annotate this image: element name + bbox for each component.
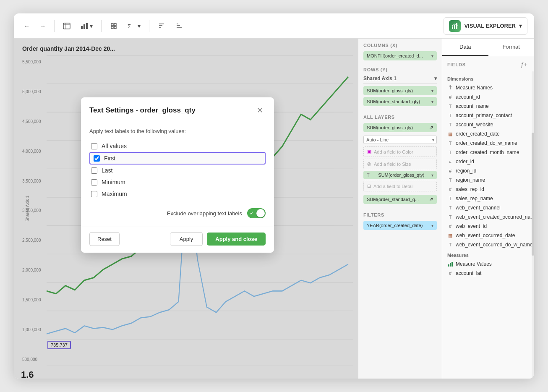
sort-desc-button[interactable] [172, 20, 186, 32]
back-button[interactable]: ← [21, 20, 33, 32]
field-region-id[interactable]: # region_id [442, 166, 534, 175]
checkbox-minimum-input[interactable] [91, 179, 97, 186]
field-measure-names[interactable]: T̄ Measure Names [442, 83, 534, 92]
sum-order-standard-label: SUM(order_standard_q... [367, 197, 419, 202]
filter-pill[interactable]: YEAR(order_created_date) ▾ [363, 221, 437, 230]
sum-order-standard-icon: ⇗ [429, 196, 433, 202]
toolbar-separator-2 [101, 20, 102, 32]
shared-axis-arrow: ▾ [434, 76, 437, 81]
checkbox-last-input[interactable] [91, 167, 97, 174]
shared-axis-label: Shared Axis 1 ▾ [363, 76, 437, 84]
layer-type-select[interactable]: Auto - Line Bar Scatter [363, 136, 437, 144]
field-measure-values[interactable]: Measure Values [442, 259, 534, 269]
field-web-event-channel[interactable]: T web_event_channel [442, 203, 534, 212]
checkbox-first-label: First [104, 155, 115, 162]
field-web-event-occurred-date[interactable]: ▦ web_event_occurred_date [442, 231, 534, 240]
checkbox-all-values: All values [89, 140, 266, 152]
reset-button[interactable]: Reset [89, 232, 120, 246]
sum-order-standard-pill[interactable]: SUM(order_standard_q... ⇗ [363, 195, 437, 204]
visual-explorer-button[interactable]: VISUAL EXPLORER ▾ [444, 17, 527, 35]
y-tick-5: 3,500,000 [22, 179, 41, 183]
field-order-id[interactable]: # order_id [442, 157, 534, 166]
tab-data[interactable]: Data [442, 39, 488, 56]
checkbox-all-values-label: All values [102, 143, 127, 149]
aggregate-button[interactable]: Σ ▾ [124, 20, 144, 32]
y-tick-9: 1,500,000 [22, 298, 41, 302]
field-account-lat[interactable]: # account_lat [442, 269, 534, 278]
forward-button[interactable]: → [37, 20, 49, 32]
field-order-created-date[interactable]: ▦ order_created_date [442, 129, 534, 139]
checkbox-first: First [89, 152, 266, 165]
scrollbar-track [532, 71, 534, 379]
field-web-event-id[interactable]: # web_event_id [442, 222, 534, 231]
pivot-button[interactable] [107, 20, 121, 32]
field-region-name[interactable]: T region_name [442, 175, 534, 185]
data-label-value: 735,737 [51, 342, 68, 348]
svg-text:Σ: Σ [128, 23, 131, 29]
checkbox-all-values-input[interactable] [91, 143, 97, 149]
size-icon: ◎ [367, 161, 371, 167]
fields-header-label: FIELDS [447, 62, 466, 67]
field-web-event-occurred-dow[interactable]: T web_event_occurred_do_w_name [442, 240, 534, 249]
layer-field-pill[interactable]: SUM(order_gloss_qty) ⇗ [363, 123, 437, 132]
field-name-account-name: account_name [456, 103, 489, 109]
y-axis-label: Shared Axis 1 [25, 196, 30, 222]
field-sales-rep-name[interactable]: T sales_rep_name [442, 194, 534, 203]
text-field-pill[interactable]: T SUM(order_gloss_qty) ▾ [363, 171, 437, 179]
svg-rect-29 [450, 263, 451, 267]
text-field-arrow: ▾ [431, 173, 433, 178]
y-tick-11: 500,000 [22, 357, 41, 362]
add-detail-placeholder[interactable]: ⊞ Add a field to Detail [363, 181, 437, 191]
add-color-placeholder[interactable]: ▣ Add a field to Color [363, 146, 437, 157]
fields-scroll[interactable]: Dimensions T̄ Measure Names # account_id… [442, 71, 534, 379]
modal-close-button[interactable]: ✕ [254, 105, 266, 116]
field-account-website[interactable]: T account_website [442, 120, 534, 129]
apply-close-button[interactable]: Apply and close [207, 233, 266, 246]
field-web-event-created[interactable]: T web_event_created_occurred_na... [442, 212, 534, 222]
toolbar: ← → ▾ Σ ▾ [14, 13, 534, 39]
toggle-check-icon: ✓ [250, 210, 254, 216]
field-order-created-dow[interactable]: T order_created_do_w_name [442, 139, 534, 148]
y-tick-2: 5,000,000 [22, 89, 41, 94]
svg-rect-3 [81, 26, 83, 29]
text-settings-modal: Text Settings - order_gloss_qty ✕ Apply … [81, 97, 274, 253]
columns-field-pill[interactable]: MONTH(order_created_d... ▾ [363, 51, 437, 60]
scrollbar-thumb[interactable] [532, 133, 534, 256]
checkbox-minimum: Minimum [89, 176, 266, 188]
field-name-web-event-channel: web_event_channel [456, 205, 501, 211]
fields-add-button[interactable]: ƒ+ [519, 60, 529, 69]
field-name-region-name: region_name [456, 177, 485, 183]
ve-label: VISUAL EXPLORER [464, 23, 516, 29]
row-field-2-pill[interactable]: SUM(order_standard_qty) ▾ [363, 97, 437, 106]
row-field-1-pill[interactable]: SUM(order_gloss_qty) ▾ [363, 86, 437, 95]
field-name-order-created-date: order_created_date [456, 131, 500, 137]
field-account-name[interactable]: T account_name [442, 102, 534, 111]
table-icon [63, 23, 70, 29]
filter-field-label: YEAR(order_created_date) [367, 223, 423, 228]
modal-footer: Reset Apply Apply and close [81, 227, 274, 253]
chart-title: Order quantity Jan 2014-Dec 20... [22, 45, 350, 52]
field-account-id[interactable]: # account_id [442, 92, 534, 102]
chart-area: Order quantity Jan 2014-Dec 20... 5,500,… [14, 39, 358, 379]
field-account-primary-contact[interactable]: T account_primary_contact [442, 111, 534, 120]
add-color-label: Add a field to Color [374, 149, 413, 154]
apply-button[interactable]: Apply [170, 232, 203, 246]
field-icon-T5: T [447, 140, 453, 146]
checkbox-minimum-label: Minimum [102, 179, 125, 186]
version-label: 1.6 [21, 369, 34, 380]
checkbox-first-input[interactable] [94, 155, 100, 162]
sort-asc-button[interactable] [154, 20, 169, 32]
field-name-account-lat: account_lat [456, 270, 481, 276]
field-name-order-id: order_id [456, 159, 474, 165]
svg-rect-15 [456, 23, 457, 29]
field-order-created-month[interactable]: T order_created_month_name [442, 148, 534, 157]
toggle-label: Exclude overlapping text labels [167, 210, 242, 217]
chart-icon-button[interactable]: ▾ [77, 20, 96, 32]
add-size-placeholder[interactable]: ◎ Add a field to Size [363, 159, 437, 169]
checkbox-maximum-input[interactable] [91, 191, 97, 197]
table-icon-button[interactable] [60, 20, 74, 32]
data-label-box: 735,737 [47, 341, 71, 349]
toggle-switch[interactable]: ✓ [247, 208, 266, 218]
field-sales-rep-id[interactable]: # sales_rep_id [442, 185, 534, 194]
tab-format[interactable]: Format [488, 39, 535, 56]
